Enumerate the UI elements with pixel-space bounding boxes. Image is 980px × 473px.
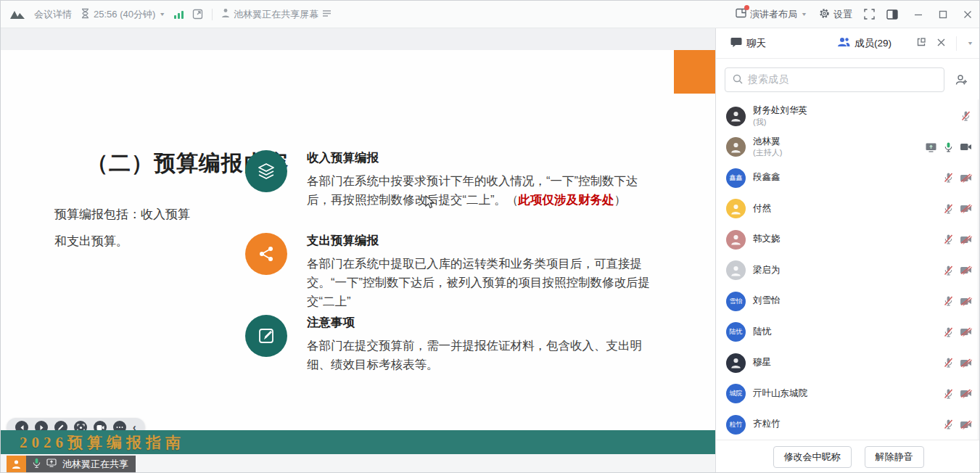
banner-text: 2026预算编报指南 xyxy=(20,432,185,453)
section-body: 各部门在系统中提取已入库的运转类和业务类项目后，可直接提交。“一下”控制数下达后… xyxy=(307,254,656,310)
member-row[interactable]: 鑫鑫 段鑫鑫 xyxy=(716,163,980,194)
panel-actions-divider xyxy=(956,36,957,51)
mic-muted-icon[interactable] xyxy=(942,387,955,400)
camera-muted-icon[interactable] xyxy=(960,234,972,246)
slide-footer-banner: 2026预算编报指南 xyxy=(1,430,715,454)
mic-muted-icon[interactable] xyxy=(960,110,972,123)
member-text: 穆星 xyxy=(753,357,771,369)
member-role: (我) xyxy=(753,118,807,128)
scrollbar[interactable] xyxy=(978,99,979,440)
meeting-details-label: 会议详情 xyxy=(34,8,72,21)
section-body-text: 各部门在提交预算前，需一并提报佐证材料，包含收入、支出明细、绩效目标考核表等。 xyxy=(307,339,642,371)
sharing-status-pill[interactable]: 池林翼正在共享屏幕 xyxy=(221,8,332,21)
timer-text: 25:56 (40分钟) xyxy=(94,8,155,21)
member-row[interactable]: 梁启为 xyxy=(716,255,980,287)
member-row[interactable]: 城院 亓叶山东城院 xyxy=(716,379,980,410)
share-list-icon xyxy=(322,9,332,20)
mic-muted-icon[interactable] xyxy=(942,202,955,215)
mic-muted-icon[interactable] xyxy=(942,264,955,276)
mic-muted-icon[interactable] xyxy=(942,234,955,246)
member-avatar xyxy=(726,230,746,250)
add-member-button[interactable] xyxy=(950,67,972,92)
sharing-indicator[interactable]: 池林翼正在共享 xyxy=(7,456,136,473)
member-row[interactable]: 粒竹 齐粒竹 xyxy=(716,409,980,440)
minimize-button[interactable] xyxy=(914,10,923,19)
side-panel: 聊天 成员(29) ▼ xyxy=(715,28,980,473)
member-status-icons xyxy=(942,234,972,246)
screen-sharing-icon[interactable] xyxy=(925,141,937,153)
camera-on-icon[interactable] xyxy=(960,141,972,153)
member-avatar xyxy=(726,353,746,373)
camera-muted-icon[interactable] xyxy=(960,264,972,276)
search-input[interactable]: 搜索成员 xyxy=(725,67,944,92)
fullscreen-icon[interactable] xyxy=(864,9,875,20)
section-body-tail: ） xyxy=(614,193,627,206)
camera-muted-icon[interactable] xyxy=(960,419,972,431)
member-search-row: 搜索成员 xyxy=(716,59,980,99)
member-row[interactable]: 韩文娆 xyxy=(716,224,980,255)
member-avatar: 雪怡 xyxy=(726,292,746,311)
camera-muted-icon[interactable] xyxy=(960,172,972,184)
mic-muted-icon[interactable] xyxy=(942,357,955,369)
camera-muted-icon[interactable] xyxy=(960,357,972,369)
meeting-details-button[interactable]: 会议详情 xyxy=(34,8,72,21)
mic-on-icon xyxy=(33,458,41,470)
member-status-icons xyxy=(942,387,972,400)
member-row[interactable]: 穆星 xyxy=(716,347,980,379)
member-text: 韩文娆 xyxy=(753,234,781,245)
mic-muted-icon[interactable] xyxy=(942,295,955,308)
mic-muted-icon[interactable] xyxy=(942,172,955,184)
member-status-icons xyxy=(942,419,972,431)
camera-muted-icon[interactable] xyxy=(960,326,972,338)
maximize-button[interactable] xyxy=(939,10,947,19)
member-avatar xyxy=(726,137,746,157)
member-status-icons xyxy=(925,141,972,153)
member-row[interactable]: 付然 xyxy=(716,194,980,225)
side-panel-toggle-icon[interactable] xyxy=(886,9,898,20)
member-text: 付然 xyxy=(753,203,771,215)
member-row[interactable]: 陆忧 陆忧 xyxy=(716,317,980,348)
unmute-button[interactable]: 解除静音 xyxy=(865,446,924,468)
app-logo-icon[interactable] xyxy=(9,9,25,20)
section-body-text: 各部门在系统中提取已入库的运转类和业务类项目后，可直接提交。“一下”控制数下达后… xyxy=(307,257,650,308)
chevron-down-icon[interactable]: ▼ xyxy=(967,41,973,46)
camera-muted-icon[interactable] xyxy=(960,202,972,215)
chevron-down-icon: ▼ xyxy=(159,12,165,17)
member-name: 付然 xyxy=(753,203,771,215)
mic-muted-icon[interactable] xyxy=(942,326,955,338)
member-status-icons xyxy=(942,295,972,308)
search-placeholder: 搜索成员 xyxy=(748,73,788,86)
sharing-status-text: 池林翼正在共享屏幕 xyxy=(234,8,318,21)
network-signal-icon[interactable] xyxy=(174,10,184,19)
rename-button[interactable]: 修改会中昵称 xyxy=(773,446,852,468)
tab-members-label: 成员(29) xyxy=(855,37,892,50)
notification-badge xyxy=(744,5,749,10)
settings-button[interactable]: 设置 xyxy=(819,8,852,21)
search-icon xyxy=(733,74,743,86)
member-avatar xyxy=(726,107,746,126)
chat-bubble-icon xyxy=(730,37,742,50)
mic-on-icon[interactable] xyxy=(942,141,955,153)
meeting-timer[interactable]: 25:56 (40分钟) ▼ xyxy=(81,8,165,21)
camera-muted-icon[interactable] xyxy=(960,295,972,308)
camera-muted-icon[interactable] xyxy=(960,387,972,400)
member-text: 齐粒竹 xyxy=(753,419,781,430)
settings-label: 设置 xyxy=(833,8,852,21)
hourglass-icon xyxy=(81,8,90,21)
tab-members[interactable]: 成员(29) xyxy=(837,37,892,50)
close-button[interactable] xyxy=(963,10,972,19)
tab-chat[interactable]: 聊天 xyxy=(730,37,766,50)
member-row[interactable]: 财务处刘华英 (我) xyxy=(716,101,980,132)
layout-icon xyxy=(736,8,746,20)
mic-muted-icon[interactable] xyxy=(942,419,955,431)
member-name: 亓叶山东城院 xyxy=(753,388,807,400)
popout-panel-icon[interactable] xyxy=(916,37,926,49)
open-window-icon[interactable] xyxy=(192,9,203,20)
member-row[interactable]: 雪怡 刘雪怡 xyxy=(716,286,980,317)
member-row[interactable]: 池林翼 (主持人) xyxy=(716,132,980,163)
layout-selector[interactable]: 演讲者布局 ▼ xyxy=(736,8,807,21)
member-status-icons xyxy=(942,326,972,338)
presenter-avatar-icon xyxy=(7,456,26,473)
share-nodes-icon xyxy=(245,233,287,275)
close-panel-icon[interactable] xyxy=(936,38,946,49)
